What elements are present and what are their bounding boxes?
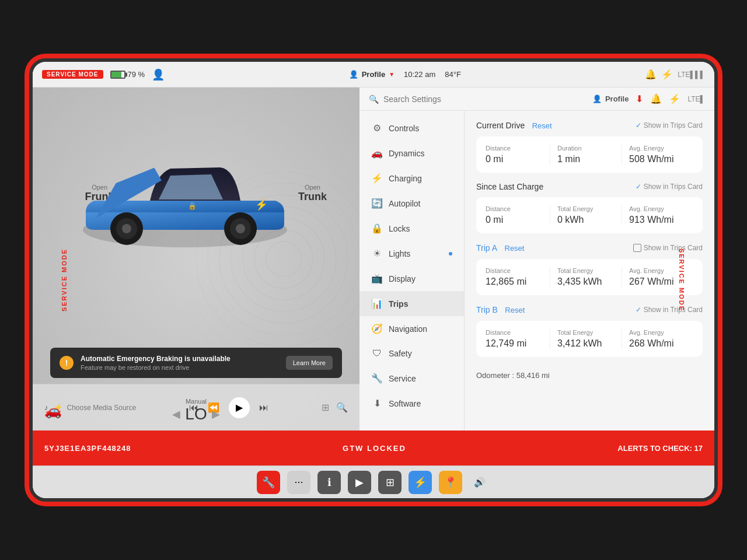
since-last-charge-show-trips[interactable]: ✓ Show in Trips Card bbox=[636, 183, 703, 191]
autopilot-icon: 🔄 bbox=[371, 198, 383, 209]
avg-energy-value-2: 913 Wh/mi bbox=[629, 215, 686, 225]
taskbar-location-button[interactable]: 📍 bbox=[439, 471, 462, 494]
taskbar-bluetooth-button[interactable]: ⚡ bbox=[409, 471, 432, 494]
taskbar-grid-button[interactable]: ⊞ bbox=[378, 471, 402, 494]
total-energy-value-2: 0 kWh bbox=[557, 215, 615, 225]
taskbar-info-button[interactable]: ℹ bbox=[317, 471, 341, 494]
vin-number: 5YJ3E1EA3PF448248 bbox=[44, 444, 131, 453]
odometer-label: Odometer : bbox=[476, 371, 514, 380]
current-drive-reset-button[interactable]: Reset bbox=[532, 121, 552, 130]
show-in-trips-label: Show in Trips Card bbox=[644, 121, 703, 130]
media-source-label[interactable]: Choose Media Source bbox=[67, 404, 137, 412]
checked-icon: ✓ bbox=[636, 121, 641, 130]
volume-icon[interactable]: 🔊 bbox=[474, 477, 486, 488]
trunk-name: Trunk bbox=[298, 191, 327, 202]
play-button[interactable]: ▶ bbox=[229, 397, 250, 418]
nav-item-service[interactable]: 🔧 Service bbox=[359, 366, 464, 391]
charging-icon: ⚡ bbox=[371, 173, 383, 184]
service-label: Service bbox=[389, 374, 416, 383]
nav-item-charging[interactable]: ⚡ Charging bbox=[359, 166, 464, 191]
safety-label: Safety bbox=[389, 349, 412, 358]
distance-value-b: 12,749 mi bbox=[486, 338, 543, 349]
trip-b-avg-energy: Avg. Energy 268 Wh/mi bbox=[629, 329, 693, 349]
navigation-label: Navigation bbox=[389, 324, 427, 334]
total-energy-label-b: Total Energy bbox=[557, 329, 615, 336]
header-profile[interactable]: 👤 Profile bbox=[592, 94, 629, 103]
display-icon: 📺 bbox=[371, 273, 383, 284]
nav-item-locks[interactable]: 🔒 Locks bbox=[359, 216, 464, 241]
notification-icon[interactable]: 🔔 bbox=[645, 69, 657, 80]
trip-a-reset-button[interactable]: Reset bbox=[505, 244, 525, 253]
trips-label: Trips bbox=[389, 299, 408, 309]
skip-forward-button[interactable]: ⏭ bbox=[259, 402, 268, 413]
car-background: Open Frunk Open Trunk bbox=[33, 88, 359, 430]
profile-person-icon: 👤 bbox=[349, 70, 358, 79]
trunk-label[interactable]: Open Trunk bbox=[298, 184, 327, 203]
bluetooth-icon[interactable]: ⚡ bbox=[661, 69, 673, 80]
signal-icon: LTE▌▌▌ bbox=[678, 71, 705, 79]
trip-b-show-trips[interactable]: ✓ Show in Trips Card bbox=[636, 306, 703, 314]
bell-icon[interactable]: 🔔 bbox=[650, 93, 662, 104]
download-icon[interactable]: ⬇ bbox=[636, 93, 643, 104]
since-charge-distance: Distance 0 mi bbox=[486, 205, 550, 225]
signal-bars-icon: LTE▌ bbox=[687, 95, 705, 103]
taskbar-more-button[interactable]: ··· bbox=[287, 471, 310, 494]
nav-item-autopilot[interactable]: 🔄 Autopilot bbox=[359, 191, 464, 216]
trip-b-title-group: Trip B Reset bbox=[476, 304, 525, 315]
gear-prev-arrow[interactable]: ◀ bbox=[172, 408, 180, 421]
trip-a-stats: Distance 12,865 mi Total Energy 3,435 kW… bbox=[476, 259, 703, 295]
battery-indicator: 79 % bbox=[110, 70, 145, 79]
nav-item-trips[interactable]: 📊 Trips bbox=[359, 291, 464, 316]
alert-banner: ! Automatic Emergency Braking is unavail… bbox=[50, 348, 342, 378]
profile-label: Profile bbox=[362, 70, 385, 79]
software-icon: ⬇ bbox=[371, 398, 383, 409]
trips-icon: 📊 bbox=[371, 298, 383, 309]
svg-text:🔒: 🔒 bbox=[188, 201, 197, 210]
top-bar-left: SERVICE MODE 79 % 👤 bbox=[42, 68, 165, 81]
trip-a-title-group: Trip A Reset bbox=[476, 243, 524, 253]
gtw-locked-label: GTW LOCKED bbox=[343, 444, 406, 453]
nav-item-safety[interactable]: 🛡 Safety bbox=[359, 341, 464, 366]
taskbar-wrench-button[interactable]: 🔧 bbox=[257, 471, 280, 494]
nav-item-controls[interactable]: ⚙ Controls bbox=[359, 116, 464, 141]
nav-item-software[interactable]: ⬇ Software bbox=[359, 391, 464, 416]
trip-a-show-trips[interactable]: Show in Trips Card bbox=[633, 244, 703, 252]
trip-b-distance: Distance 12,749 mi bbox=[486, 329, 550, 349]
search-icon: 🔍 bbox=[369, 94, 379, 104]
main-content: Open Frunk Open Trunk bbox=[33, 88, 714, 430]
current-drive-show-trips[interactable]: ✓ Show in Trips Card bbox=[636, 121, 703, 130]
odometer-row: Odometer : 58,416 mi bbox=[476, 366, 703, 384]
trip-a-total-energy: Total Energy 3,435 kWh bbox=[557, 267, 622, 287]
nav-item-dynamics[interactable]: 🚗 Dynamics bbox=[359, 141, 464, 166]
learn-more-button[interactable]: Learn More bbox=[286, 356, 333, 370]
temperature: 84°F bbox=[445, 70, 461, 79]
current-drive-distance: Distance 0 mi bbox=[486, 145, 550, 164]
nav-item-navigation[interactable]: 🧭 Navigation bbox=[359, 316, 464, 341]
show-trips-label-b: Show in Trips Card bbox=[644, 306, 703, 314]
total-energy-label-a: Total Energy bbox=[557, 267, 615, 274]
top-bar: SERVICE MODE 79 % 👤 👤 Profile ▼ 10:22 am… bbox=[33, 62, 714, 88]
since-charge-avg-energy: Avg. Energy 913 Wh/mi bbox=[629, 205, 693, 225]
nav-item-display[interactable]: 📺 Display bbox=[359, 266, 464, 291]
trip-a-distance: Distance 12,865 mi bbox=[486, 267, 550, 287]
chevron-down-icon: ▼ bbox=[389, 71, 395, 78]
show-trips-label-a: Show in Trips Card bbox=[644, 244, 703, 252]
search-input[interactable] bbox=[383, 94, 477, 104]
current-drive-title-group: Current Drive Reset bbox=[476, 120, 552, 131]
trip-b-reset-button[interactable]: Reset bbox=[505, 306, 525, 314]
alert-subtitle: Feature may be restored on next drive bbox=[81, 364, 279, 371]
bluetooth-icon-header[interactable]: ⚡ bbox=[669, 93, 680, 104]
taskbar-play-button[interactable]: ▶ bbox=[348, 471, 371, 494]
nav-item-lights[interactable]: ☀ Lights bbox=[359, 241, 464, 266]
gear-next-arrow[interactable]: ▶ bbox=[212, 408, 220, 421]
current-drive-section: Current Drive Reset ✓ Show in Trips Card bbox=[476, 120, 703, 173]
car-status-icon[interactable]: 🚗 bbox=[44, 402, 62, 419]
profile-section[interactable]: 👤 Profile ▼ bbox=[349, 70, 395, 79]
since-last-charge-section: Since Last Charge ✓ Show in Trips Card D… bbox=[476, 182, 703, 233]
search-media-icon[interactable]: 🔍 bbox=[336, 402, 348, 413]
equalizer-icon[interactable]: ⊞ bbox=[322, 402, 329, 413]
navigation-icon: 🧭 bbox=[371, 323, 383, 334]
total-energy-label-2: Total Energy bbox=[557, 205, 615, 212]
alert-text: Automatic Emergency Braking is unavailab… bbox=[81, 355, 279, 371]
trip-a-checkbox[interactable] bbox=[633, 244, 641, 252]
